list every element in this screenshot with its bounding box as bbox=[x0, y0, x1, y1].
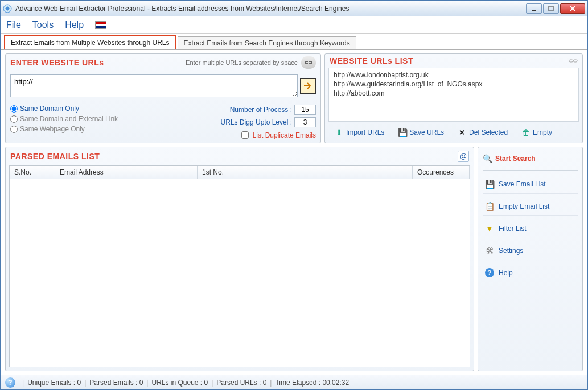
window-title: Advance Web Email Extractor Professional… bbox=[15, 5, 526, 13]
digg-level-input[interactable] bbox=[294, 117, 316, 127]
app-window: Advance Web Email Extractor Professional… bbox=[0, 0, 588, 390]
emails-table-body[interactable] bbox=[9, 179, 470, 367]
app-icon bbox=[3, 4, 12, 13]
empty-button[interactable]: 🗑Empty bbox=[516, 126, 557, 139]
radio-same-domain-ext[interactable]: Same Domain and External Link bbox=[10, 114, 158, 124]
tabs: Extract Emails from Multiple Websites th… bbox=[1, 34, 587, 49]
menu-file[interactable]: File bbox=[6, 20, 21, 30]
col-email[interactable]: Email Address bbox=[55, 166, 198, 179]
minimize-button[interactable] bbox=[526, 3, 542, 14]
settings-button[interactable]: 🛠Settings bbox=[483, 242, 578, 260]
emails-table-header: S.No. Email Address 1st No. Occurences bbox=[9, 165, 470, 179]
help-icon: ? bbox=[485, 268, 494, 277]
list-item[interactable]: http://www.londonbaptist.org.uk bbox=[334, 70, 574, 80]
save-icon: 💾 bbox=[485, 180, 494, 189]
maximize-button[interactable] bbox=[543, 3, 559, 14]
num-process-label: Number of Process : bbox=[230, 106, 292, 114]
import-icon: ⬇ bbox=[335, 128, 344, 137]
list-chain-icon bbox=[569, 56, 578, 65]
radio-same-domain[interactable]: Same Domain Only bbox=[10, 103, 158, 114]
menu-help[interactable]: Help bbox=[65, 20, 84, 30]
filter-list-button[interactable]: ▼Filter List bbox=[483, 219, 578, 238]
parsed-emails-panel: PARSED EMAILS LIST @ S.No. Email Address… bbox=[5, 147, 474, 371]
titlebar: Advance Web Email Extractor Professional… bbox=[1, 1, 587, 16]
urls-list-toolbar: ⬇Import URLs 💾Save URLs ✕Del Selected 🗑E… bbox=[325, 122, 582, 143]
urls-list-panel: WEBSITE URLs LIST http://www.londonbapti… bbox=[324, 53, 583, 143]
enter-urls-title: ENTER WEBSITE URLs bbox=[10, 58, 104, 67]
save-email-list-button[interactable]: 💾Save Email List bbox=[483, 175, 578, 194]
empty-email-list-button[interactable]: 📋Empty Email List bbox=[483, 197, 578, 216]
status-queue: URLs in Queue : 0 bbox=[151, 379, 208, 387]
save-urls-button[interactable]: 💾Save URLs bbox=[393, 126, 449, 139]
status-unique: Unique Emails : 0 bbox=[27, 379, 81, 387]
save-icon: 💾 bbox=[398, 128, 407, 137]
svg-rect-1 bbox=[532, 10, 536, 11]
col-sno[interactable]: S.No. bbox=[10, 166, 55, 179]
search-icon: 🔍 bbox=[483, 154, 492, 163]
list-item[interactable]: http://abbott.com bbox=[334, 89, 574, 98]
status-parsed-urls: Parsed URLs : 0 bbox=[216, 379, 266, 387]
status-time: Time Elapsed : 00:02:32 bbox=[275, 379, 349, 387]
mail-icon[interactable]: @ bbox=[458, 151, 469, 162]
link-icon[interactable] bbox=[301, 56, 316, 69]
mid-panels: PARSED EMAILS LIST @ S.No. Email Address… bbox=[1, 147, 587, 375]
enter-urls-hint: Enter multiple URLs separated by space bbox=[186, 59, 298, 66]
import-urls-button[interactable]: ⬇Import URLs bbox=[330, 126, 389, 139]
empty-icon: 🗑 bbox=[521, 128, 531, 137]
actions-side-panel: 🔍 Start Search 💾Save Email List 📋Empty E… bbox=[478, 147, 583, 371]
menu-tools[interactable]: Tools bbox=[32, 20, 54, 30]
filter-icon: ▼ bbox=[485, 224, 494, 233]
col-occ[interactable]: Occurences bbox=[413, 166, 470, 179]
list-duplicate-checkbox[interactable]: List Duplicate Emails bbox=[168, 128, 316, 140]
start-search-button[interactable]: 🔍 Start Search bbox=[483, 152, 578, 165]
parsed-emails-title: PARSED EMAILS LIST bbox=[10, 152, 100, 161]
svg-rect-2 bbox=[549, 6, 553, 11]
arrow-right-icon bbox=[303, 82, 312, 90]
enter-urls-panel: ENTER WEBSITE URLs Enter multiple URLs s… bbox=[5, 53, 321, 143]
url-input[interactable]: http:// bbox=[10, 74, 298, 97]
urls-list[interactable]: http://www.londonbaptist.org.uk http://w… bbox=[328, 68, 579, 122]
top-panels: ENTER WEBSITE URLs Enter multiple URLs s… bbox=[1, 49, 587, 147]
radio-same-webpage[interactable]: Same Webpage Only bbox=[10, 124, 158, 134]
tab-extract-urls[interactable]: Extract Emails from Multiple Websites th… bbox=[4, 35, 176, 49]
statusbar: ? | Unique Emails : 0| Parsed Emails : 0… bbox=[1, 375, 587, 389]
status-parsed: Parsed Emails : 0 bbox=[89, 379, 143, 387]
empty-list-icon: 📋 bbox=[485, 202, 494, 211]
tab-extract-search[interactable]: Extract Emails from Search Engines throu… bbox=[178, 36, 356, 49]
menubar: File Tools Help bbox=[1, 16, 587, 34]
svg-point-4 bbox=[573, 60, 577, 62]
language-flag-icon[interactable] bbox=[95, 21, 106, 29]
help-button[interactable]: ?Help bbox=[483, 264, 578, 282]
delete-icon: ✕ bbox=[458, 128, 467, 137]
close-button[interactable] bbox=[560, 3, 585, 14]
del-selected-button[interactable]: ✕Del Selected bbox=[453, 126, 513, 139]
options-row: Same Domain Only Same Domain and Externa… bbox=[6, 101, 320, 143]
window-controls bbox=[526, 3, 585, 14]
svg-point-3 bbox=[569, 60, 573, 62]
settings-icon: 🛠 bbox=[485, 246, 494, 255]
status-help-icon[interactable]: ? bbox=[5, 377, 15, 388]
num-process-input[interactable] bbox=[294, 105, 316, 115]
urls-list-title: WEBSITE URLs LIST bbox=[330, 56, 413, 65]
digg-level-label: URLs Digg Upto Level : bbox=[221, 118, 292, 126]
list-item[interactable]: http://www.guidestarindia.org/List_of_NG… bbox=[334, 80, 574, 89]
col-first[interactable]: 1st No. bbox=[198, 166, 413, 179]
add-url-button[interactable] bbox=[300, 78, 316, 94]
